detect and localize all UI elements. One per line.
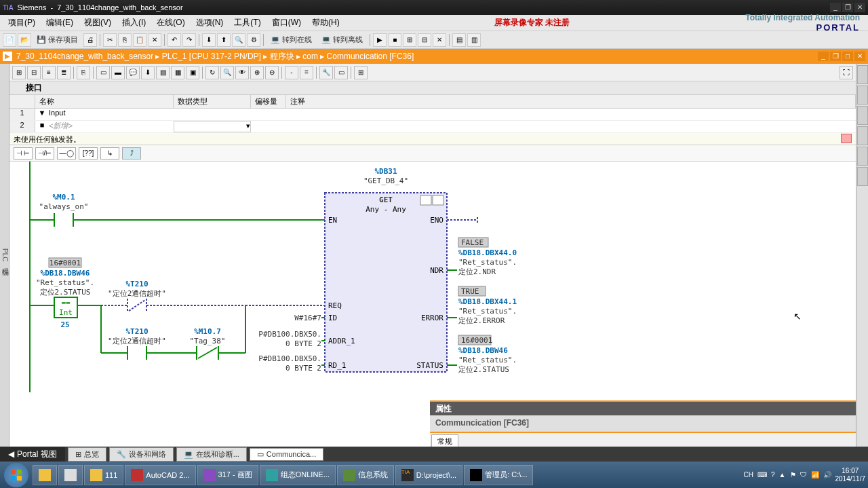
maximize-button[interactable]: ❐ <box>842 3 853 12</box>
start-cpu-icon[interactable]: ▶ <box>373 33 387 47</box>
instr-coil[interactable]: —◯— <box>57 147 76 159</box>
et-icon-18[interactable]: - <box>285 66 298 79</box>
split-h-icon[interactable]: ▤ <box>452 33 466 47</box>
instr-no-contact[interactable]: ⊣ ⊢ <box>14 147 33 159</box>
interface-row[interactable]: 1 ▼ Input <box>9 109 856 121</box>
minimize-button[interactable]: _ <box>830 3 841 12</box>
split-v-icon[interactable]: ▥ <box>467 33 481 47</box>
editor-float-button[interactable]: ❐ <box>830 52 841 61</box>
new-project-icon[interactable]: 📄 <box>3 33 16 47</box>
delete-icon[interactable]: ✕ <box>148 33 161 47</box>
task-paint[interactable]: 317 - 画图 <box>197 465 258 485</box>
tray-network-icon[interactable]: 📶 <box>811 471 819 478</box>
breadcrumb-path[interactable]: 7_30_1104change_with_back_sensor ▸ PLC_1… <box>16 51 414 62</box>
tray-keyboard-icon[interactable]: ⌨ <box>757 471 767 478</box>
col-name[interactable]: 名称 <box>35 95 174 108</box>
undo-icon[interactable]: ↶ <box>167 33 181 47</box>
menu-project[interactable]: 项目(P) <box>3 16 41 30</box>
tb-icon-2[interactable]: ⊟ <box>418 33 431 47</box>
search-icon[interactable]: 🔍 <box>232 33 245 47</box>
ladder-network[interactable]: %DB31 "GET_DB_4" %M0.1 "always_on" GET A… <box>9 162 856 419</box>
et-icon-11[interactable]: ▦ <box>171 66 184 79</box>
et-icon-20[interactable]: 🔧 <box>319 66 333 79</box>
compile-icon[interactable]: ⚙ <box>247 33 260 47</box>
et-insert-network-icon[interactable]: ⊞ <box>12 66 26 79</box>
new-param-placeholder[interactable]: <新增> <box>49 121 174 132</box>
et-icon-22[interactable]: ⊞ <box>354 66 368 79</box>
tray-help-icon[interactable]: ? <box>771 471 775 478</box>
editor-maximize-button[interactable]: □ <box>842 52 853 61</box>
col-comment[interactable]: 注释 <box>286 95 856 108</box>
et-icon-12[interactable]: ▣ <box>186 66 199 79</box>
start-button[interactable] <box>4 463 28 487</box>
redo-icon[interactable]: ↷ <box>182 33 196 47</box>
taskbar-clock[interactable]: 16:07 2014/11/7 <box>835 467 866 483</box>
et-icon-10[interactable]: ▤ <box>156 66 170 79</box>
task-explorer[interactable] <box>33 465 57 485</box>
col-offset[interactable]: 偏移量 <box>251 95 286 108</box>
bottom-tab-overview[interactable]: ⊞ 总览 <box>68 447 106 462</box>
et-icon-14[interactable]: 🔍 <box>220 66 234 79</box>
editor-minimize-button[interactable]: _ <box>818 52 829 61</box>
menu-insert[interactable]: 插入(I) <box>117 16 151 30</box>
bottom-tab-diagnostics[interactable]: 💻 在线和诊断... <box>176 447 247 462</box>
project-tree-tab[interactable]: PLC 编程 <box>0 64 9 448</box>
task-folder-111[interactable]: 111 <box>84 465 123 485</box>
trigger-settings-icon[interactable] <box>841 134 852 143</box>
menu-view[interactable]: 视图(V) <box>79 16 117 30</box>
et-icon-21[interactable]: ▭ <box>334 66 348 79</box>
print-icon[interactable]: 🖨 <box>83 33 97 47</box>
menu-options[interactable]: 选项(N) <box>191 16 229 30</box>
breadcrumb-back-icon[interactable]: ▶ <box>3 52 12 61</box>
right-tab-4[interactable] <box>857 126 868 145</box>
tray-flag-icon[interactable]: ⚑ <box>790 471 796 478</box>
cut-icon[interactable]: ✂ <box>103 33 117 47</box>
copy-icon[interactable]: ⎘ <box>118 33 132 47</box>
tray-up-icon[interactable]: ▲ <box>779 471 786 478</box>
right-tab-2[interactable] <box>857 86 868 105</box>
et-icon-3[interactable]: ≡ <box>42 66 56 79</box>
close-button[interactable]: ✕ <box>854 3 865 12</box>
right-tab-6[interactable] <box>857 167 868 186</box>
stop-cpu-icon[interactable]: ■ <box>388 33 401 47</box>
right-tab-5[interactable] <box>857 147 868 166</box>
upload-icon[interactable]: ⬆ <box>217 33 231 47</box>
et-icon-6[interactable]: ▭ <box>96 66 110 79</box>
task-calculator[interactable] <box>58 465 83 485</box>
right-tab-1[interactable] <box>857 65 868 84</box>
bottom-tab-devices[interactable]: 🔧 设备和网络 <box>109 447 174 462</box>
open-project-icon[interactable]: 📂 <box>18 33 31 47</box>
menu-window[interactable]: 窗口(W) <box>267 16 307 30</box>
interface-row[interactable]: 2 ■ <新增> ▾ <box>9 121 856 133</box>
et-delete-network-icon[interactable]: ⊟ <box>27 66 41 79</box>
et-icon-17[interactable]: ⊖ <box>265 66 279 79</box>
task-tia-portal[interactable]: TIAD:\project\... <box>395 465 462 485</box>
instr-nc-contact[interactable]: ⊣/⊢ <box>35 147 54 159</box>
et-icon-5[interactable]: ⎘ <box>77 66 90 79</box>
menu-tools[interactable]: 工具(T) <box>229 16 266 30</box>
properties-tab-general[interactable]: 常规 <box>431 434 458 448</box>
go-online-button[interactable]: 💻 转到在线 <box>267 33 316 46</box>
portal-view-button[interactable]: ◀ Portal 视图 <box>0 447 65 462</box>
param-name[interactable]: Input <box>49 109 174 120</box>
task-online-config[interactable]: 组态ONLINE... <box>260 465 336 485</box>
go-offline-button[interactable]: 💻 转到离线 <box>317 33 367 46</box>
right-tab-3[interactable] <box>857 106 868 125</box>
instr-empty-box[interactable]: [??] <box>79 147 98 159</box>
save-project-button[interactable]: 💾 保存项目 <box>33 33 82 46</box>
tray-shield-icon[interactable]: 🛡 <box>800 471 807 478</box>
et-icon-8[interactable]: 💬 <box>126 66 140 79</box>
et-expand-icon[interactable]: ⛶ <box>840 66 853 79</box>
paste-icon[interactable]: 📋 <box>133 33 146 47</box>
menu-help[interactable]: 帮助(H) <box>307 16 345 30</box>
et-icon-13[interactable]: ↻ <box>205 66 219 79</box>
et-icon-19[interactable]: = <box>300 66 313 79</box>
download-icon[interactable]: ⬇ <box>202 33 216 47</box>
tray-volume-icon[interactable]: 🔊 <box>823 471 831 478</box>
instr-branch-open[interactable]: ↳ <box>100 147 119 159</box>
task-autocad[interactable]: AutoCAD 2... <box>125 465 195 485</box>
cross-ref-icon[interactable]: ✕ <box>433 33 446 47</box>
instr-branch-close[interactable]: ⤴ <box>122 147 141 159</box>
properties-title[interactable]: 属性 <box>430 402 856 415</box>
et-icon-15[interactable]: 👁 <box>235 66 249 79</box>
